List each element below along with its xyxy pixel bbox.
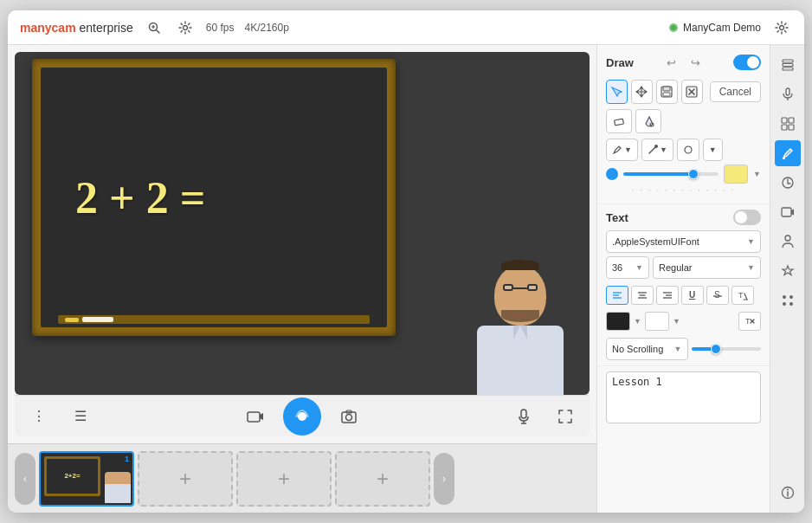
color-indicator	[606, 168, 618, 180]
camera-overlay-icon[interactable]	[775, 199, 801, 225]
svg-rect-50	[789, 118, 794, 123]
highlight-dropdown[interactable]: ▼	[673, 317, 680, 326]
thumbnail-strip: ‹ 1 2+2= + + + ›	[8, 443, 596, 513]
cancel-button[interactable]: Cancel	[710, 81, 761, 102]
zoom-icon[interactable]	[144, 17, 164, 38]
underline-button[interactable]: U	[681, 286, 704, 305]
draw-title: Draw	[606, 56, 634, 69]
svg-line-39	[744, 294, 747, 300]
blackboard-container: 2 + 2 =	[32, 59, 396, 336]
scroll-row: No Scrolling ▼	[606, 338, 761, 360]
settings-small-icon[interactable]	[175, 17, 196, 38]
svg-rect-16	[663, 87, 670, 91]
thumbnail-add-4[interactable]: +	[335, 451, 430, 507]
thumb-prev-button[interactable]: ‹	[15, 453, 35, 505]
svg-rect-47	[786, 88, 789, 95]
color-dropdown-arrow[interactable]: ▼	[753, 170, 761, 178]
font-weight-select[interactable]: Regular ▼	[653, 256, 761, 279]
blackboard-inner: 2 + 2 =	[41, 68, 387, 327]
live-button[interactable]	[283, 397, 321, 436]
effects-icon[interactable]	[775, 258, 801, 284]
move-tool-button[interactable]	[631, 80, 653, 104]
save-drawing-button[interactable]	[656, 80, 678, 104]
history-icon[interactable]	[775, 170, 801, 196]
undo-button[interactable]: ↩	[661, 52, 681, 73]
chalk-tray	[58, 315, 370, 324]
svg-rect-52	[789, 125, 794, 130]
svg-point-58	[783, 295, 786, 299]
more-shapes-dropdown[interactable]: ▼	[703, 139, 723, 161]
text-color-swatch[interactable]	[606, 312, 630, 331]
text-toggle[interactable]	[733, 210, 761, 225]
svg-rect-51	[782, 125, 787, 130]
eraser-tool-button[interactable]	[606, 109, 632, 133]
highlight-color-swatch[interactable]	[645, 312, 669, 331]
svg-rect-49	[782, 118, 787, 123]
video-grid-icon[interactable]	[775, 111, 801, 137]
align-right-button[interactable]	[656, 286, 679, 305]
font-size-select[interactable]: 36 ▼	[606, 256, 649, 279]
align-center-button[interactable]	[631, 286, 654, 305]
color-row: ▼	[606, 165, 761, 184]
svg-point-5	[780, 25, 784, 29]
align-left-button[interactable]	[606, 286, 628, 305]
layers-icon[interactable]	[775, 52, 801, 78]
camera-icon[interactable]	[242, 403, 269, 430]
strikethrough-button[interactable]: S	[706, 286, 729, 305]
pen-dropdown[interactable]: ▼	[606, 139, 638, 161]
scroll-mode-select[interactable]: No Scrolling ▼	[606, 338, 688, 360]
fill-tool-button[interactable]	[635, 109, 661, 133]
microphone-icon[interactable]	[510, 403, 538, 430]
line-dropdown[interactable]: ▼	[641, 139, 673, 161]
scroll-speed-slider[interactable]	[692, 347, 762, 351]
delete-drawing-button[interactable]	[681, 80, 703, 104]
svg-rect-17	[663, 93, 670, 96]
clear-format-button[interactable]: T	[731, 286, 754, 305]
redo-button[interactable]: ↪	[685, 52, 706, 73]
menu-dots-icon[interactable]: ⋮	[25, 403, 53, 430]
text-color-row: ▼ ▼ T	[606, 312, 761, 331]
info-icon[interactable]	[775, 480, 801, 506]
person-head	[494, 265, 546, 326]
remove-format-button[interactable]: T	[738, 312, 761, 331]
right-panel: Draw ↩ ↪	[596, 45, 770, 513]
svg-rect-6	[248, 412, 260, 422]
apps-icon[interactable]	[775, 287, 801, 313]
text-title: Text	[606, 211, 628, 224]
person-shirt	[477, 326, 564, 395]
text-color-dropdown[interactable]: ▼	[634, 317, 641, 326]
draw-toggle[interactable]	[733, 55, 761, 70]
thumbnail-1[interactable]: 1 2+2=	[39, 451, 134, 507]
draw-mode-icon[interactable]	[775, 140, 801, 166]
undo-redo-group: ↩ ↪	[661, 52, 706, 73]
svg-point-4	[183, 25, 187, 29]
user-info: ManyCam Demo	[669, 22, 761, 34]
snapshot-icon[interactable]	[335, 403, 363, 430]
app-logo: manycam enterprise	[20, 21, 133, 35]
color-picker[interactable]	[724, 165, 748, 184]
thumbnail-add-3[interactable]: +	[236, 451, 332, 507]
gear-icon[interactable]	[771, 17, 792, 38]
fullscreen-icon[interactable]	[551, 403, 579, 430]
username: ManyCam Demo	[683, 22, 761, 34]
svg-point-57	[785, 236, 790, 241]
svg-rect-45	[783, 64, 793, 67]
text-section: Text .AppleSystemUIFont ▼ 36 ▼ Regu	[597, 204, 770, 366]
circle-tool[interactable]	[677, 139, 699, 161]
svg-point-64	[787, 489, 789, 491]
lesson-text-input[interactable]: Lesson 1	[606, 371, 761, 423]
font-family-select[interactable]: .AppleSystemUIFont ▼	[606, 230, 761, 253]
list-icon[interactable]: ☰	[67, 403, 94, 430]
blackboard-frame: 2 + 2 =	[32, 59, 396, 336]
thumb-next-button[interactable]: ›	[434, 453, 454, 505]
audio-icon[interactable]	[775, 81, 801, 107]
opacity-slider[interactable]	[623, 172, 719, 176]
chalk-eraser	[82, 317, 113, 322]
person-icon[interactable]	[775, 229, 801, 255]
bottom-toolbar: ⋮ ☰	[15, 395, 590, 436]
divider: · · · · · · · · · · · · ·	[606, 185, 761, 195]
select-tool-button[interactable]	[606, 80, 628, 104]
fps-display: 60 fps	[206, 22, 235, 34]
thumbnail-add-2[interactable]: +	[138, 451, 233, 507]
svg-text:U: U	[689, 290, 695, 300]
